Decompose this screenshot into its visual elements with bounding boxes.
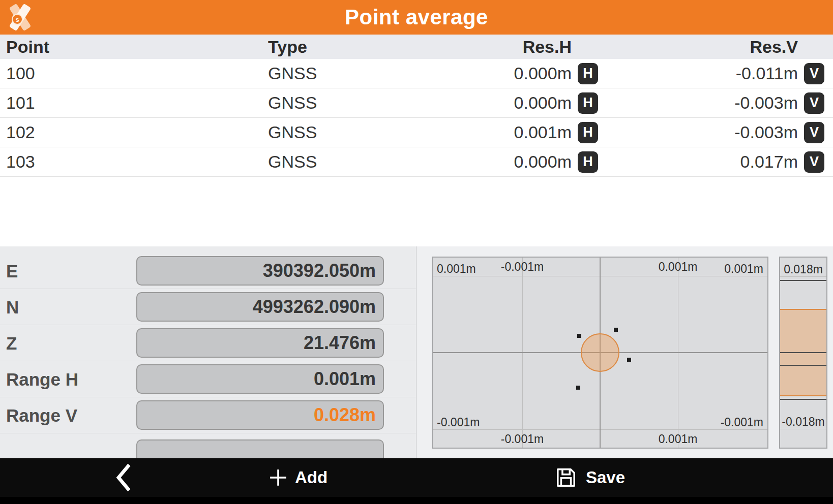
logo-s-circle: s (12, 14, 23, 25)
field-value-box: 390392.050m (136, 256, 384, 286)
field-value: 0.028m (314, 404, 376, 426)
v-badge: V (804, 92, 824, 114)
field-label: Range V (6, 397, 77, 433)
bar-gridline (780, 276, 826, 277)
vertical-residuals-bar: 0.018m-0.018m (779, 257, 827, 449)
field-value-box: 4993262.090m (136, 292, 384, 322)
axis-tick-label: -0.001m (721, 416, 763, 429)
axis-tick-label: -0.001m (501, 260, 544, 274)
average-result-panel: E 390392.050m N 4993262.090m Z 21.476m R… (0, 246, 416, 458)
field-label: E (6, 253, 18, 289)
residual-point (627, 358, 631, 362)
table-body: 100 GNSS 0.000m H -0.011m V 101 GNSS 0.0… (0, 59, 833, 177)
cell-res-v: -0.003m V (600, 122, 833, 143)
v-badge: V (804, 63, 824, 84)
save-label: Save (586, 468, 625, 487)
field-row-partial (0, 433, 416, 458)
cell-res-v: -0.003m V (600, 92, 833, 114)
cell-type: GNSS (262, 64, 416, 83)
cell-res-h: 0.000m H (416, 151, 600, 173)
h-badge: H (578, 92, 598, 114)
back-button[interactable] (114, 458, 133, 497)
field-value-box (136, 439, 384, 458)
field-value: 21.476m (304, 332, 376, 354)
table-row[interactable]: 101 GNSS 0.000m H -0.003m V (0, 88, 833, 118)
field-value: 0.001m (314, 368, 376, 390)
residual-point (577, 334, 581, 338)
bar-tick-label: -0.018m (782, 415, 824, 429)
field-value-box: 0.001m (136, 364, 384, 394)
axis-tick-label: -0.001m (501, 432, 544, 446)
h-badge: H (578, 151, 598, 173)
res-h-value: 0.000m (514, 152, 572, 172)
v-badge: V (804, 151, 824, 173)
cell-point: 103 (0, 152, 262, 172)
h-badge: H (578, 63, 598, 84)
field-value-box: 21.476m (136, 328, 384, 358)
v-badge: V (804, 122, 824, 143)
axis-tick-label: 0.001m (659, 260, 698, 274)
cell-res-h: 0.000m H (416, 92, 600, 114)
back-chevron-icon (114, 463, 133, 492)
table-row[interactable]: 100 GNSS 0.000m H -0.011m V (0, 59, 833, 88)
cell-res-h: 0.001m H (416, 122, 600, 143)
cell-type: GNSS (262, 93, 416, 113)
field-row: Range H 0.001m (0, 361, 416, 397)
res-h-value: 0.000m (514, 64, 572, 83)
bar-gridline (780, 429, 826, 429)
residual-line (780, 399, 826, 400)
cell-res-v: 0.017m V (600, 151, 833, 173)
residual-line (780, 352, 826, 353)
res-h-value: 0.001m (514, 122, 572, 142)
save-button[interactable]: Save (553, 458, 625, 497)
field-label: N (6, 289, 19, 325)
axis-tick-label: 0.001m (659, 432, 698, 446)
res-v-value: -0.003m (734, 122, 798, 142)
field-value: 4993262.090m (253, 296, 376, 318)
table-row[interactable]: 103 GNSS 0.000m H 0.017m V (0, 147, 833, 177)
axis-tick-label: 0.001m (724, 262, 763, 276)
field-row: Range V 0.028m (0, 397, 416, 433)
res-v-value: 0.017m (740, 152, 798, 172)
column-header-resh: Res.H (416, 37, 600, 57)
cell-res-h: 0.000m H (416, 63, 600, 84)
field-value: 390392.050m (263, 260, 376, 281)
cell-type: GNSS (262, 152, 416, 172)
add-label: Add (295, 468, 328, 487)
table-row[interactable]: 102 GNSS 0.001m H -0.003m V (0, 118, 833, 147)
h-badge: H (578, 122, 598, 143)
cell-point: 101 (0, 93, 262, 113)
bottom-toolbar: Add Save (0, 458, 833, 504)
cell-point: 100 (0, 64, 262, 83)
point-average-screen: s Point average Point Type Res.H Res.V 1… (0, 0, 833, 504)
android-nav-strip (0, 497, 833, 504)
residual-point (576, 386, 580, 390)
add-button[interactable]: Add (269, 458, 328, 497)
axis-tick-label: -0.001m (437, 416, 480, 429)
table-header: Point Type Res.H Res.V (0, 35, 833, 59)
xpad-logo-icon[interactable]: s (5, 3, 35, 32)
bar-tick-label: 0.018m (784, 263, 823, 276)
column-header-resv: Res.V (600, 37, 833, 57)
horizontal-residuals-plot: -0.001m0.001m-0.001m0.001m0.001m-0.001m0… (432, 257, 768, 449)
field-label: Z (6, 325, 17, 361)
field-row: E 390392.050m (0, 253, 416, 289)
residual-point (614, 328, 618, 332)
res-v-value: -0.011m (736, 64, 798, 83)
plus-icon (269, 468, 288, 487)
cell-res-v: -0.011m V (600, 63, 833, 84)
column-header-type: Type (262, 37, 416, 57)
cell-point: 102 (0, 122, 262, 142)
page-title: Point average (345, 5, 488, 29)
residual-line (780, 280, 826, 281)
residual-line (780, 365, 826, 366)
sigma-ellipse (581, 333, 620, 371)
field-label: Range H (6, 361, 78, 397)
res-v-value: -0.003m (734, 93, 798, 113)
fields-container: E 390392.050m N 4993262.090m Z 21.476m R… (0, 253, 416, 433)
field-row: Z 21.476m (0, 325, 416, 361)
axis-tick-label: 0.001m (437, 262, 476, 276)
save-floppy-icon (553, 465, 579, 490)
residual-charts-panel: -0.001m0.001m-0.001m0.001m0.001m-0.001m0… (416, 246, 833, 458)
res-h-value: 0.000m (514, 93, 572, 113)
